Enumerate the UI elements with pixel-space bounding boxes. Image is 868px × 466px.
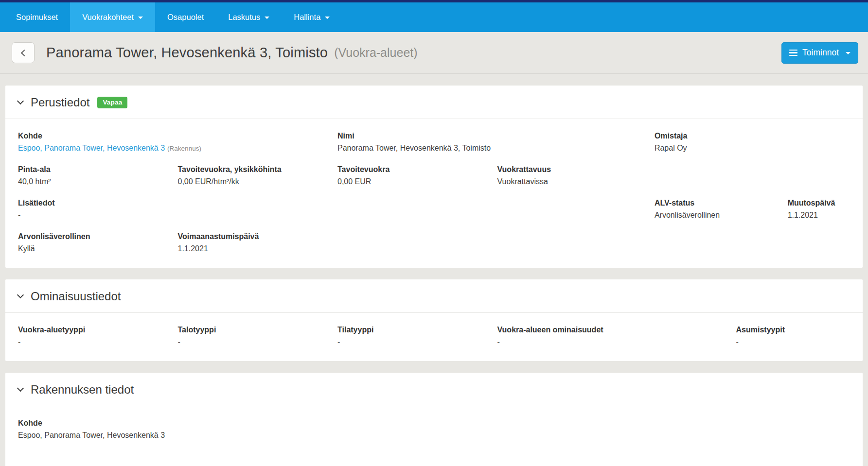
page-header: Panorama Tower, Hevosenkenkä 3, Toimisto… bbox=[0, 32, 868, 74]
section-title: Perustiedot bbox=[31, 96, 89, 109]
status-badge: Vapaa bbox=[97, 97, 127, 108]
field-value: - bbox=[497, 338, 736, 346]
field-value: Espoo, Panorama Tower, Hevosenkenkä 3 bbox=[18, 431, 337, 440]
section-rakennuksen-tiedot-header[interactable]: Rakennuksen tiedot bbox=[5, 373, 863, 406]
field-label: Vuokrattavuus bbox=[497, 165, 655, 174]
field-label: ALV-status bbox=[655, 199, 788, 207]
chevron-down-icon bbox=[17, 385, 24, 392]
field-vuokra-aluetyyppi: Vuokra-aluetyyppi - bbox=[18, 326, 178, 346]
section-perustiedot-body: Kohde Espoo, Panorama Tower, Hevosenkenk… bbox=[5, 119, 863, 268]
actions-button[interactable]: Toiminnot bbox=[781, 42, 858, 64]
field-tilatyyppi: Tilatyyppi - bbox=[337, 326, 497, 346]
section-rakennuksen-tiedot-body: Kohde Espoo, Panorama Tower, Hevosenkenk… bbox=[5, 406, 863, 466]
field-value: 0,00 EUR/htm²/kk bbox=[178, 177, 338, 186]
chevron-down-icon bbox=[138, 17, 143, 19]
field-value: 0,00 EUR bbox=[337, 177, 497, 186]
field-value: - bbox=[18, 211, 178, 220]
nav-item-vuokrakohteet[interactable]: Vuokrakohteet bbox=[70, 2, 155, 32]
section-title: Ominaisuustiedot bbox=[31, 290, 121, 303]
field-label: Tavoitevuokra bbox=[337, 165, 497, 174]
kohde-link[interactable]: Espoo, Panorama Tower, Hevosenkenkä 3 bbox=[18, 144, 165, 152]
field-value: 1.1.2021 bbox=[178, 244, 338, 253]
back-button[interactable] bbox=[12, 42, 35, 63]
page-title: Panorama Tower, Hevosenkenkä 3, Toimisto bbox=[46, 45, 328, 61]
field-tavoitevuokra-yksikkohinta: Tavoitevuokra, yksikköhinta 0,00 EUR/htm… bbox=[178, 165, 338, 186]
field-nimi: Nimi Panorama Tower, Hevosenkenkä 3, Toi… bbox=[337, 132, 655, 153]
field-value: - bbox=[736, 338, 850, 346]
nav-item-sopimukset[interactable]: Sopimukset bbox=[4, 2, 70, 32]
field-value: - bbox=[337, 338, 497, 346]
section-ominaisuustiedot: Ominaisuustiedot Vuokra-aluetyyppi - Tal… bbox=[5, 279, 863, 361]
nav-item-hallinta[interactable]: Hallinta bbox=[282, 2, 342, 32]
field-label: Talotyyppi bbox=[178, 326, 338, 334]
field-talotyyppi: Talotyyppi - bbox=[178, 326, 338, 346]
field-kohde-building: Kohde Espoo, Panorama Tower, Hevosenkenk… bbox=[18, 419, 337, 440]
section-rakennuksen-tiedot: Rakennuksen tiedot Kohde Espoo, Panorama… bbox=[5, 373, 863, 466]
chevron-down-icon bbox=[17, 292, 24, 298]
field-label: Kohde bbox=[18, 419, 337, 428]
field-value: - bbox=[18, 338, 178, 346]
field-label: Vuokra-aluetyyppi bbox=[18, 326, 178, 334]
nav-item-laskutus[interactable]: Laskutus bbox=[216, 2, 282, 32]
field-label: Lisätiedot bbox=[18, 199, 178, 207]
nav-item-osapuolet[interactable]: Osapuolet bbox=[155, 2, 216, 32]
section-ominaisuustiedot-body: Vuokra-aluetyyppi - Talotyyppi - Tilatyy… bbox=[5, 313, 863, 361]
field-vuokrattavuus: Vuokrattavuus Vuokrattavissa bbox=[497, 165, 655, 186]
field-pinta-ala: Pinta-ala 40,0 htm² bbox=[18, 165, 178, 186]
field-label: Nimi bbox=[337, 132, 655, 140]
field-value: Vuokrattavissa bbox=[497, 177, 655, 186]
nav-item-label: Hallinta bbox=[294, 13, 320, 22]
field-omistaja: Omistaja Rapal Oy bbox=[655, 132, 850, 153]
nav-item-label: Vuokrakohteet bbox=[82, 13, 134, 22]
chevron-down-icon bbox=[846, 52, 850, 54]
field-tavoitevuokra: Tavoitevuokra 0,00 EUR bbox=[337, 165, 497, 186]
field-voimaanastumispaiva: Voimaanastumispäivä 1.1.2021 bbox=[178, 232, 338, 253]
field-value: Kyllä bbox=[18, 244, 178, 253]
field-label: Vuokra-alueen ominaisuudet bbox=[497, 326, 736, 334]
chevron-down-icon bbox=[325, 17, 330, 19]
section-perustiedot-header[interactable]: Perustiedot Vapaa bbox=[5, 86, 863, 119]
field-label: Tavoitevuokra, yksikköhinta bbox=[178, 165, 338, 174]
field-label: Asumistyypit bbox=[736, 326, 850, 334]
section-title: Rakennuksen tiedot bbox=[31, 383, 134, 397]
section-ominaisuustiedot-header[interactable]: Ominaisuustiedot bbox=[5, 279, 863, 313]
field-value: Rapal Oy bbox=[655, 144, 850, 153]
field-label: Muutospäivä bbox=[788, 199, 850, 207]
field-vuokra-alueen-ominaisuudet: Vuokra-alueen ominaisuudet - bbox=[497, 326, 736, 346]
field-alv-status: ALV-status Arvonlisäverollinen bbox=[655, 199, 788, 220]
field-label: Kohde bbox=[18, 132, 337, 140]
field-value: 1.1.2021 bbox=[788, 211, 850, 220]
chevron-down-icon bbox=[17, 98, 24, 104]
field-asumistyypit: Asumistyypit - bbox=[736, 326, 850, 346]
kohde-link-suffix: (Rakennus) bbox=[167, 145, 201, 152]
field-kohde: Kohde Espoo, Panorama Tower, Hevosenkenk… bbox=[18, 132, 337, 153]
menu-icon bbox=[789, 50, 797, 56]
field-value: Panorama Tower, Hevosenkenkä 3, Toimisto bbox=[337, 144, 655, 153]
actions-button-label: Toiminnot bbox=[802, 48, 839, 58]
field-muutospaiva: Muutospäivä 1.1.2021 bbox=[788, 199, 850, 220]
field-lisatiedot: Lisätiedot - bbox=[18, 199, 178, 220]
chevron-down-icon bbox=[265, 17, 269, 19]
field-label: Voimaanastumispäivä bbox=[178, 232, 338, 241]
field-label: Tilatyyppi bbox=[337, 326, 497, 334]
page-subtitle: (Vuokra-alueet) bbox=[334, 46, 417, 60]
field-arvonlisaverollinen: Arvonlisäverollinen Kyllä bbox=[18, 232, 178, 253]
nav-item-label: Sopimukset bbox=[16, 13, 58, 22]
field-value: 40,0 htm² bbox=[18, 177, 178, 186]
main-nav: Sopimukset Vuokrakohteet Osapuolet Lasku… bbox=[0, 2, 868, 32]
nav-item-label: Osapuolet bbox=[167, 13, 204, 22]
field-label: Omistaja bbox=[655, 132, 850, 140]
nav-item-label: Laskutus bbox=[228, 13, 260, 22]
section-perustiedot: Perustiedot Vapaa Kohde Espoo, Panorama … bbox=[5, 86, 863, 268]
field-value: - bbox=[178, 338, 338, 346]
field-label: Pinta-ala bbox=[18, 165, 178, 174]
chevron-left-icon bbox=[20, 49, 27, 56]
field-label: Arvonlisäverollinen bbox=[18, 232, 178, 241]
field-value: Arvonlisäverollinen bbox=[655, 211, 788, 220]
